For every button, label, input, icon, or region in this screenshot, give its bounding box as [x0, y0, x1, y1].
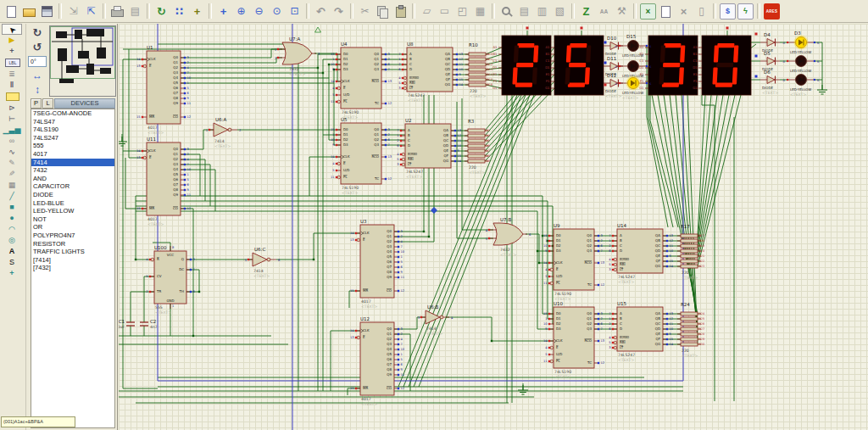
new-file-icon[interactable] [3, 3, 19, 20]
device-item[interactable]: 74LS190 [31, 126, 114, 134]
design-explorer-icon[interactable]: × [640, 3, 656, 20]
print-icon[interactable] [109, 3, 125, 20]
device-item[interactable]: 7432 [31, 166, 114, 175]
rotate-anticlockwise-button[interactable]: ↺ [29, 41, 46, 54]
led-D3[interactable]: AKD3LED-YELLOW [783, 31, 820, 54]
goto-sheet-icon[interactable]: ▯ [693, 3, 709, 20]
2d-arc-mode-icon[interactable]: ◠ [2, 224, 22, 235]
make-device-icon[interactable]: ▤ [516, 3, 532, 20]
device-item[interactable]: 7414 [31, 159, 114, 167]
capacitor-C2[interactable]: C24n7 [140, 319, 158, 329]
chip-U14[interactable]: U1474LS247<TEXT>7A1B2C6D4BI/RBO5RBI3LT13… [609, 223, 674, 284]
gate-U6:C[interactable]: 56U6:C7414<TEXT> [245, 247, 281, 278]
device-item[interactable]: 555 [31, 142, 114, 150]
voltage-probe-mode-icon[interactable]: ✎ [2, 158, 22, 169]
cut-icon[interactable]: ✂ [357, 3, 373, 20]
device-item[interactable]: 74LS247 [31, 134, 114, 142]
zoom-out-icon[interactable]: ⊖ [251, 3, 267, 20]
2d-symbol-mode-icon[interactable]: S [2, 257, 22, 268]
paste-icon[interactable] [392, 3, 409, 20]
mark-output-area-icon[interactable]: ▤ [127, 3, 143, 20]
undo-icon[interactable]: ↶ [313, 3, 329, 20]
copy-icon[interactable] [375, 3, 391, 20]
property-assignment-icon[interactable]: ⚒ [614, 3, 630, 20]
graph-mode-icon[interactable]: ▁▃▅ [2, 125, 22, 136]
2d-circle-mode-icon[interactable]: ● [2, 213, 22, 224]
diode-D5[interactable]: D5DIODE [760, 51, 780, 72]
pick-device-icon[interactable] [498, 3, 515, 20]
generator-mode-icon[interactable]: ∿ [2, 147, 22, 158]
gate-U7:B[interactable]: 456U7:B7432<TEXT> [486, 217, 531, 257]
2d-path-mode-icon[interactable]: ◎ [2, 235, 22, 246]
device-item[interactable]: 4017 [31, 150, 114, 159]
virtual-instruments-mode-icon[interactable]: ▦ [2, 180, 22, 191]
device-list[interactable]: 7SEG-COM-ANODE74LS4774LS19074LS247555401… [31, 109, 115, 428]
block-rotate-icon[interactable]: ◰ [454, 3, 470, 20]
device-item[interactable]: TRAFFIC LIGHTS [31, 248, 114, 256]
import-section-icon[interactable]: ⇲ [65, 3, 81, 20]
wire-label-mode-icon[interactable]: LBL [5, 59, 20, 67]
block-move-icon[interactable]: ▭ [437, 3, 453, 20]
junction-dot-mode-icon[interactable]: + [2, 46, 22, 57]
wire-marker[interactable] [755, 75, 758, 78]
export-section-icon[interactable]: ⇱ [83, 3, 99, 20]
device-item[interactable]: [7414] [31, 256, 114, 265]
device-item[interactable]: AND [31, 175, 114, 183]
seven-seg-display-3[interactable]: A1B1C1D1E1F1G1 [639, 36, 698, 95]
wire-marker[interactable] [604, 62, 607, 64]
wire-marker[interactable] [755, 55, 758, 58]
device-pins-mode-icon[interactable]: ⊢ [2, 114, 22, 125]
wire-autorouter-icon[interactable]: Z [578, 3, 594, 20]
block-delete-icon[interactable]: ▦ [472, 3, 488, 20]
wire[interactable] [698, 95, 729, 256]
block-copy-icon[interactable]: ▱ [419, 3, 435, 20]
remove-sheet-icon[interactable]: × [676, 3, 692, 20]
device-item[interactable]: POLYPRO4N7 [31, 232, 114, 240]
device-item[interactable]: OR [31, 223, 114, 232]
refresh-display-icon[interactable]: ↻ [153, 3, 170, 20]
seven-seg-display-5[interactable]: A1B1C1D1E1F1G1 [545, 36, 604, 95]
2d-line-mode-icon[interactable]: ╱ [2, 191, 22, 202]
resistor-pack-R3[interactable]: R3R3R4R5R6R7R8R9220<TEXT> [465, 119, 490, 175]
wire-marker[interactable] [604, 42, 607, 44]
mirror-horizontal-button[interactable]: ↔ [29, 69, 46, 82]
rotation-angle-field[interactable]: 0° [28, 56, 47, 67]
selection-mode-icon[interactable]: ➤ [2, 24, 22, 35]
search-tag-icon[interactable]: AA [596, 3, 612, 20]
gate-U6:A[interactable]: 12U6:A7414<TEXT> [206, 117, 242, 148]
wire-marker[interactable] [526, 27, 529, 30]
wire-marker[interactable] [581, 27, 583, 30]
chip-U15[interactable]: U1574LS247<TEXT>7A1B2C6D4BI/RBO5RBI3LT13… [609, 301, 674, 362]
redo-icon[interactable]: ↷ [331, 3, 347, 20]
chip-U4[interactable]: U474LS190<TEXT>15D01D110D29D314CLK4E5U/D… [331, 42, 392, 120]
rotate-clockwise-button[interactable]: ↻ [29, 26, 46, 40]
chip-U8[interactable]: U874LS247<TEXT>7A1B2C6D4BI/RBO5RBI3LT13Q… [398, 42, 464, 103]
gate-U7:A[interactable]: 123U7:A7432<TEXT> [275, 36, 320, 76]
2d-box-mode-icon[interactable]: ■ [2, 202, 22, 213]
device-item[interactable]: [7432] [31, 264, 114, 272]
wire[interactable] [698, 95, 723, 251]
zoom-all-icon[interactable]: ⊙ [269, 3, 285, 20]
device-item[interactable]: 7SEG-COM-ANODE [31, 109, 114, 118]
text-script-mode-icon[interactable]: ≣ [2, 69, 22, 80]
2d-text-mode-icon[interactable]: A [2, 246, 22, 257]
tape-recorder-mode-icon[interactable]: ∞ [2, 136, 22, 147]
electrical-rule-check-icon[interactable]: ϟ [737, 3, 754, 20]
bill-of-materials-icon[interactable]: $ [720, 3, 736, 20]
open-design-icon[interactable] [21, 3, 37, 20]
wire-marker[interactable] [755, 33, 758, 36]
component-mode-icon[interactable]: ▶ [2, 35, 22, 46]
resistor-pack-R10[interactable]: R10R10R11R12R13R14R15R16220<TEXT> [465, 42, 492, 98]
terminals-mode-icon[interactable]: ⊳ [2, 103, 22, 114]
zoom-in-icon[interactable]: ⊕ [233, 3, 249, 20]
subcircuit-mode-icon[interactable] [6, 92, 19, 101]
device-item[interactable]: RESISTOR [31, 240, 114, 249]
wire[interactable] [650, 120, 678, 227]
chip-U11[interactable]: U114017<TEXT>14CLK13E15MR3Q02Q14Q27Q310Q… [136, 137, 192, 226]
pan-icon[interactable]: + [215, 3, 231, 20]
resistor-pack-R24[interactable]: R24R24R25R26R27R28R29R30220<TEXT> [677, 302, 704, 358]
origin-icon[interactable]: + [189, 3, 205, 20]
pick-parts-button[interactable]: P [31, 98, 42, 109]
device-item[interactable]: CAPACITOR [31, 182, 114, 191]
seven-seg-display-2[interactable]: A1B1C1D1E1F1G1 [492, 36, 551, 95]
